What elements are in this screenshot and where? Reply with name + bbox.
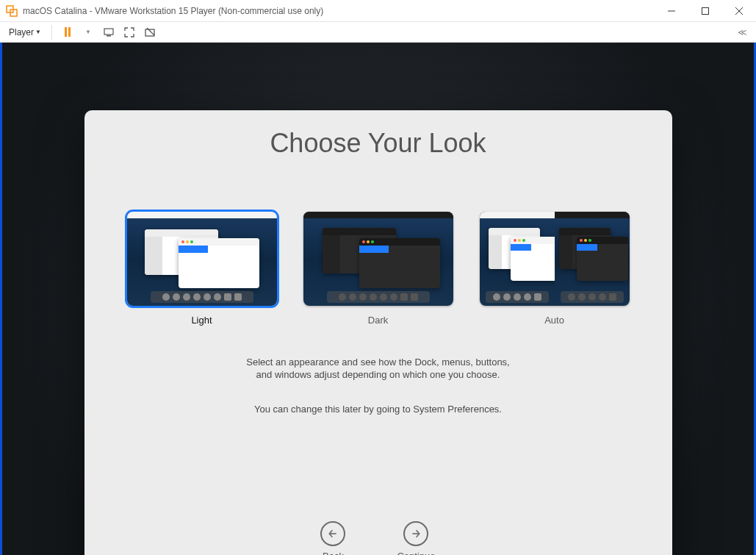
chevron-down-icon: ▼ [35,29,41,35]
fullscreen-button[interactable] [121,24,137,40]
guest-display: Choose Your Look Light [0,43,756,555]
window-close-button[interactable] [722,0,756,22]
unity-icon [144,26,156,38]
player-menu-label: Player [9,27,34,37]
collapse-toolbar-button[interactable]: ≪ [734,24,750,40]
arrow-right-icon [403,521,428,546]
fullscreen-icon [123,26,135,38]
appearance-option-label: Auto [544,315,564,326]
setup-panel: Choose Your Look Light [84,110,672,555]
unity-button[interactable] [142,24,158,40]
svg-rect-3 [702,7,709,14]
appearance-thumb-light [127,212,277,306]
nav-buttons: Back Continue [320,521,435,555]
desc-line-2: and windows adjust depending on which on… [256,369,500,380]
svg-rect-6 [104,29,113,35]
player-menu[interactable]: Player ▼ [6,26,44,39]
continue-button[interactable]: Continue [397,521,435,555]
svg-rect-7 [107,35,111,37]
appearance-option-label: Dark [368,315,388,326]
toolbar-separator [51,25,52,40]
vmware-window-title: macOS Catalina - VMware Workstation 15 P… [23,6,323,16]
vmware-titlebar: macOS Catalina - VMware Workstation 15 P… [0,0,756,22]
pause-vm-button[interactable] [60,24,76,40]
window-maximize-button[interactable] [688,0,722,22]
continue-button-label: Continue [397,551,435,555]
back-button-label: Back [323,551,344,555]
desc-line-3: You can change this later by going to Sy… [246,404,509,416]
setup-heading: Choose Your Look [270,128,486,159]
appearance-thumb-dark [303,212,453,306]
window-minimize-button[interactable] [655,0,688,22]
appearance-option-auto[interactable]: Auto [480,212,630,326]
send-ctrl-alt-del-button[interactable] [101,24,117,40]
appearance-option-label: Light [191,315,212,326]
pause-icon [65,27,71,37]
power-menu-dropdown[interactable]: ▼ [80,24,96,40]
appearance-options: Light Dark [127,212,630,326]
vmware-toolbar: Player ▼ ▼ ≪ [0,22,756,43]
arrow-left-icon [320,521,345,546]
back-button[interactable]: Back [320,521,345,555]
appearance-thumb-auto [480,212,630,306]
devices-icon [103,26,115,38]
setup-description: Select an appearance and see how the Doc… [246,357,509,416]
appearance-option-dark[interactable]: Dark [303,212,453,326]
desc-line-1: Select an appearance and see how the Doc… [246,357,509,368]
vmware-logo-icon [6,5,18,17]
appearance-option-light[interactable]: Light [127,212,277,326]
collapse-icon: ≪ [738,27,747,37]
chevron-down-icon: ▼ [85,29,91,35]
